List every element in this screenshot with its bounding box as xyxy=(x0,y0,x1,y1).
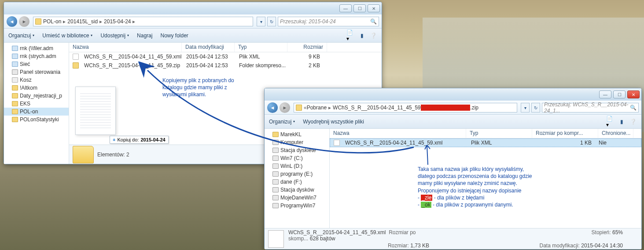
sidebar-item[interactable]: ProgramyWin7 xyxy=(265,202,329,210)
extract-all-button[interactable]: Wyodrębnij wszystkie pliki xyxy=(303,119,364,125)
sidebar-item-label: Win7 (C:) xyxy=(280,155,303,161)
share-menu[interactable]: Udostępnij▾ xyxy=(100,33,129,39)
col-csize[interactable]: Rozmiar po kompr... xyxy=(532,129,598,138)
file-icon xyxy=(268,230,284,248)
new-folder-button[interactable]: Nowy folder xyxy=(160,33,188,39)
drive-icon xyxy=(272,171,279,177)
history-dropdown[interactable]: ▾ xyxy=(257,17,265,26)
sidebar-item[interactable]: !Altkom xyxy=(4,84,69,92)
sidebar-item[interactable]: MojeDaneWin7 xyxy=(265,194,329,202)
sidebar-item-label: programy (E:) xyxy=(280,171,313,177)
refresh-button[interactable]: ↻ xyxy=(267,17,276,26)
nav-back-button[interactable]: ◄ xyxy=(7,16,17,27)
breadcrumb-seg[interactable]: Pobrane xyxy=(307,105,327,111)
sidebar-item[interactable]: Stacja dyskiete xyxy=(265,146,329,154)
search-placeholder: Przeszukaj: 2015-04-24 xyxy=(280,18,336,25)
sidebar-item[interactable]: rnk (strych.adm xyxy=(4,52,69,60)
column-headers[interactable]: Nazwa Typ Rozmiar po kompr... Chronione.… xyxy=(330,129,641,138)
folder-icon xyxy=(12,109,18,114)
detail-filename: WChS_S_R__2015-04-24_11_45_59.xml xyxy=(288,229,386,236)
sidebar-item[interactable]: dane (F:) xyxy=(265,178,329,186)
folder-icon xyxy=(12,62,18,67)
tag-ok: _ok xyxy=(421,202,431,208)
col-type[interactable]: Typ xyxy=(466,129,532,138)
nav-tree[interactable]: MarekKLKomputerStacja dyskieteWin7 (C:)W… xyxy=(265,129,330,228)
titlebar[interactable]: — ☐ ✕ xyxy=(4,2,382,14)
help-icon[interactable]: ❔ xyxy=(369,32,377,40)
drive-icon xyxy=(272,203,279,208)
status-text: Elementów: 2 xyxy=(97,152,129,158)
refresh-button[interactable]: ↻ xyxy=(531,103,540,112)
search-input[interactable]: Przeszukaj: 2015-04-24 🔍 xyxy=(278,17,379,26)
nav-bar: ◄ ► « Pobrane▸ WChS_S_R__2015-04-24_11_4… xyxy=(265,101,641,115)
search-input[interactable]: Przeszukaj: WChS_S_R__2015-04-24_1... 🔍 xyxy=(542,103,639,112)
file-size: 9 KB xyxy=(288,54,324,60)
maximize-button[interactable]: ☐ xyxy=(353,4,366,12)
column-headers[interactable]: Nazwa Data modyfikacji Typ Rozmiar xyxy=(69,43,382,52)
burn-button[interactable]: Nagraj xyxy=(137,33,152,39)
help-icon[interactable]: ❔ xyxy=(629,118,637,126)
address-bar[interactable]: POL-on▸ 201415L_sid▸ 2015-04-24▸ xyxy=(33,17,253,26)
breadcrumb-seg[interactable]: 201415L_sid xyxy=(67,18,98,25)
col-size[interactable]: Rozmiar xyxy=(287,43,327,52)
drive-icon xyxy=(272,148,279,153)
col-name[interactable]: Nazwa xyxy=(69,43,182,52)
history-dropdown[interactable]: ▾ xyxy=(521,103,530,112)
sidebar-item-label: Kosz xyxy=(20,77,32,83)
file-row[interactable]: WChS_S_R__2015-04-24_11_45_59.xml 2015-0… xyxy=(69,52,382,61)
sidebar-item[interactable]: Stacja dysków xyxy=(265,186,329,194)
file-row[interactable]: WChS_S_R__2015-04-24_11_45_59.zip 2015-0… xyxy=(69,61,382,70)
nav-tree[interactable]: rnk (\\filer.admrnk (strych.admSiećPanel… xyxy=(4,43,69,164)
sidebar-item-label: EKS xyxy=(20,101,30,107)
organize-menu[interactable]: Organizuj▾ xyxy=(8,33,34,39)
nav-forward-button[interactable]: ► xyxy=(280,102,290,113)
col-chron[interactable]: Chronione... xyxy=(598,129,633,138)
minimize-button[interactable]: — xyxy=(599,91,611,98)
sidebar-item[interactable]: POL-on xyxy=(4,108,69,116)
sidebar-item[interactable]: Panel sterowania xyxy=(4,68,69,76)
preview-pane-icon[interactable]: ▮ xyxy=(618,118,626,126)
breadcrumb-seg[interactable]: POL-on xyxy=(43,18,61,25)
sidebar-item-label: !Altkom xyxy=(20,85,37,91)
col-date[interactable]: Data modyfikacji xyxy=(182,43,235,52)
library-menu[interactable]: Umieść w bibliotece▾ xyxy=(42,33,92,39)
sidebar-item[interactable]: Daty_rejestracji_p xyxy=(4,92,69,100)
nav-back-button[interactable]: ◄ xyxy=(267,102,278,113)
close-button[interactable]: ✕ xyxy=(627,91,640,98)
file-date: 2015-04-24 12:53 xyxy=(183,54,236,60)
sidebar-item[interactable]: Kosz xyxy=(4,76,69,84)
annotation-text: Taka sama nazwa jak pliku który wysyłali… xyxy=(418,166,532,208)
nav-forward-button[interactable]: ► xyxy=(19,16,29,27)
sidebar-item-label: Panel sterowania xyxy=(20,69,60,75)
breadcrumb-seg[interactable]: 2015-04-24 xyxy=(104,18,131,25)
file-name: WChS_S_R__2015-04-24_11_45_59.xml xyxy=(81,54,183,60)
sidebar-item[interactable]: programy (E:) xyxy=(265,170,329,178)
sidebar-item[interactable]: POLonStatystyki xyxy=(4,116,69,123)
organize-menu[interactable]: Organizuj▾ xyxy=(269,119,295,125)
view-options-icon[interactable]: 📄▾ xyxy=(606,118,614,126)
file-type: Plik XML xyxy=(467,140,534,146)
sidebar-item[interactable]: rnk (\\filer.adm xyxy=(4,44,69,52)
file-name: WChS_S_R__2015-04-24_11_45_59.zip xyxy=(81,62,183,69)
sidebar-item-label: Daty_rejestracji_p xyxy=(20,93,62,99)
preview-pane-icon[interactable]: ▮ xyxy=(358,32,366,40)
sidebar-item[interactable]: Win7 (C:) xyxy=(265,154,329,162)
sidebar-item[interactable]: WinL (D:) xyxy=(265,162,329,170)
close-button[interactable]: ✕ xyxy=(368,4,380,12)
titlebar[interactable]: — ☐ ✕ xyxy=(265,88,641,101)
sidebar-item[interactable]: Sieć xyxy=(4,60,69,68)
drive-icon xyxy=(272,195,279,200)
file-size: 2 KB xyxy=(288,62,324,69)
sidebar-item[interactable]: EKS xyxy=(4,100,69,108)
file-icon xyxy=(73,62,79,69)
address-bar[interactable]: « Pobrane▸ WChS_S_R__2015-04-24_11_45_59… xyxy=(294,103,517,112)
minimize-button[interactable]: — xyxy=(339,4,352,12)
maximize-button[interactable]: ☐ xyxy=(613,91,626,98)
sidebar-item[interactable]: Komputer xyxy=(265,138,329,146)
col-type[interactable]: Typ xyxy=(235,43,287,52)
view-options-icon[interactable]: 📄▾ xyxy=(346,32,354,40)
sidebar-item[interactable]: MarekKL xyxy=(265,130,329,138)
col-name[interactable]: Nazwa xyxy=(330,129,466,138)
breadcrumb-file[interactable]: WChS_S_R__2015-04-24_11_45_59_niepoprawn… xyxy=(333,105,478,111)
file-row[interactable]: WChS_S_R__2015-04-24_11_45_59.xml Plik X… xyxy=(330,138,641,147)
